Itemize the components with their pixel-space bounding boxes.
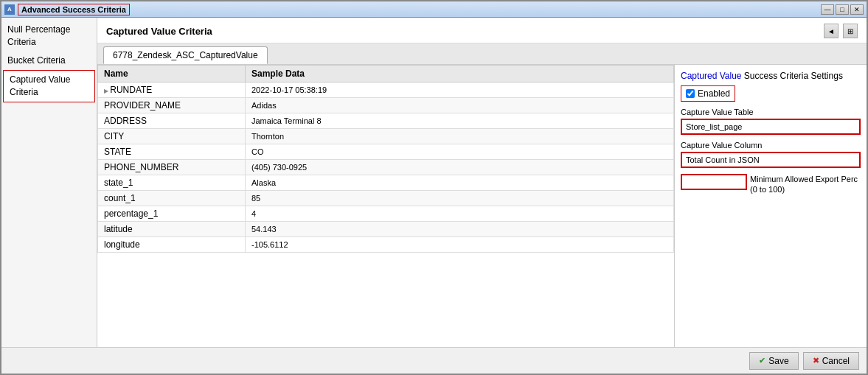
back-button[interactable]: ◄ [824,24,839,38]
header-nav: ◄ ⊞ [824,24,858,38]
cell-sample: 4 [246,206,674,222]
cell-name: PHONE_NUMBER [98,160,246,175]
footer-bar: ✔ Save ✖ Cancel [1,347,867,374]
enabled-checkbox[interactable]: Enabled [681,85,735,102]
min-export-label: Minimum Allowed Export Perc (0 to 100) [750,174,861,195]
sidebar-item-null-percentage[interactable]: Null Percentage Criteria [1,21,97,52]
cell-sample: Jamaica Terminal 8 [246,113,674,129]
cell-sample: Thornton [246,129,674,144]
capture-table-label: Capture Value Table [681,108,861,116]
cell-name: state_1 [98,175,246,191]
content-area: Captured Value Criteria ◄ ⊞ 6778_Zendesk… [97,18,867,347]
table-row[interactable]: latitude54.143 [98,222,674,237]
capture-column-input[interactable] [681,152,861,168]
content-header: Captured Value Criteria ◄ ⊞ [97,18,867,43]
tab-bar: 6778_Zendesk_ASC_CapturedValue [97,43,867,65]
cell-sample: CO [246,144,674,160]
window-controls: — □ ✕ [821,4,864,15]
tab-captured-value[interactable]: 6778_Zendesk_ASC_CapturedValue [103,46,268,64]
title-bar-left: A Advanced Success Criteria [4,4,130,15]
cancel-icon: ✖ [813,356,819,365]
min-export-input[interactable] [681,174,747,190]
save-button[interactable]: ✔ Save [749,352,798,370]
table-row[interactable]: PROVIDER_NAMEAdidas [98,98,674,113]
cell-sample: 54.143 [246,222,674,237]
min-export-section: Minimum Allowed Export Perc (0 to 100) [681,174,861,195]
row-expand-arrow[interactable]: ▶ [104,88,110,94]
table-row[interactable]: CITYThornton [98,129,674,144]
save-label: Save [768,356,788,366]
main-body: Null Percentage Criteria Bucket Criteria… [1,18,867,347]
cell-sample: 2022-10-17 05:38:19 [246,83,674,98]
table-row[interactable]: percentage_14 [98,206,674,222]
section-title: Captured Value Criteria [106,26,212,37]
app-icon: A [4,4,15,15]
title-bar: A Advanced Success Criteria — □ ✕ [1,1,867,18]
settings-title: Captured Value Success Criteria Settings [681,71,861,81]
data-table-area: Name Sample Data ▶ RUNDATE2022-10-17 05:… [97,65,675,347]
cell-name: percentage_1 [98,206,246,222]
cell-name: latitude [98,222,246,237]
minimize-button[interactable]: — [821,4,834,15]
capture-table-input[interactable] [681,119,861,135]
table-row[interactable]: longitude-105.6112 [98,237,674,253]
table-row[interactable]: PHONE_NUMBER(405) 730-0925 [98,160,674,175]
cell-name: ▶ RUNDATE [98,83,246,98]
col-header-name: Name [98,66,246,83]
cell-name: STATE [98,144,246,160]
cell-sample: Alaska [246,175,674,191]
sidebar-item-bucket[interactable]: Bucket Criteria [1,52,97,70]
forward-button[interactable]: ⊞ [843,24,858,38]
cell-sample: 85 [246,191,674,206]
col-header-sample: Sample Data [246,66,674,83]
sidebar: Null Percentage Criteria Bucket Criteria… [1,18,97,347]
cell-name: longitude [98,237,246,253]
main-window: A Advanced Success Criteria — □ ✕ Null P… [0,0,868,375]
settings-panel: Captured Value Success Criteria Settings… [675,65,867,347]
cell-sample: (405) 730-0925 [246,160,674,175]
cell-name: count_1 [98,191,246,206]
table-row[interactable]: state_1Alaska [98,175,674,191]
cell-sample: -105.6112 [246,237,674,253]
cell-sample: Adidas [246,98,674,113]
table-row[interactable]: ADDRESSJamaica Terminal 8 [98,113,674,129]
capture-column-label: Capture Value Column [681,141,861,150]
capture-table-section: Capture Value Table [681,108,861,135]
cell-name: PROVIDER_NAME [98,98,246,113]
cell-name: CITY [98,129,246,144]
cell-name: ADDRESS [98,113,246,129]
data-table: Name Sample Data ▶ RUNDATE2022-10-17 05:… [97,65,674,253]
window-title: Advanced Success Criteria [18,4,130,15]
cancel-button[interactable]: ✖ Cancel [803,352,859,370]
enabled-section: Enabled [681,85,861,102]
save-icon: ✔ [759,356,765,365]
table-row[interactable]: count_185 [98,191,674,206]
maximize-button[interactable]: □ [836,4,849,15]
sidebar-item-captured-value[interactable]: Captured Value Criteria [3,70,95,102]
close-button[interactable]: ✕ [850,4,864,15]
tab-content: Name Sample Data ▶ RUNDATE2022-10-17 05:… [97,65,867,347]
enabled-input[interactable] [686,89,695,98]
table-row[interactable]: STATECO [98,144,674,160]
table-row[interactable]: ▶ RUNDATE2022-10-17 05:38:19 [98,83,674,98]
capture-column-section: Capture Value Column [681,141,861,168]
enabled-label: Enabled [698,88,730,99]
cancel-label: Cancel [822,356,850,366]
